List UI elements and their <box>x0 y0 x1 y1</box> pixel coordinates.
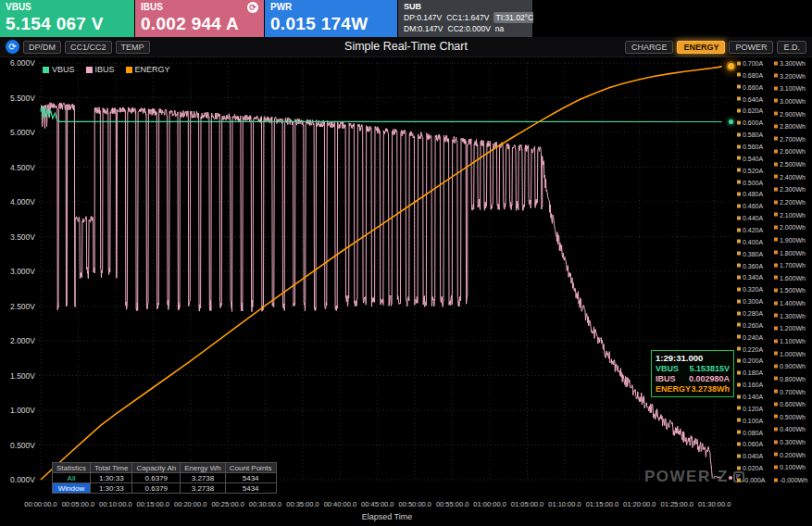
tab-cc1-cc2[interactable]: CC1/CC2 <box>65 41 112 54</box>
stats-row-all[interactable]: All1:30:330.63793.27385434 <box>53 473 277 483</box>
chart-mode-energy-button[interactable]: ENERGY <box>677 41 725 54</box>
y-axis-current-label: 0.060A <box>737 441 763 447</box>
y-axis-current-label: -0.000A <box>737 477 766 483</box>
chart-mode-e-d-button[interactable]: E.D. <box>777 41 806 54</box>
y-axis-current-label-tick <box>737 287 741 291</box>
y-axis-energy-label: 3.100Wh <box>774 85 806 92</box>
y-axis-current-label: 0.280A <box>737 310 763 317</box>
vbus-panel[interactable]: VBUS 5.154 067 V <box>0 0 135 37</box>
x-axis-tick-label: 00:40:00.0 <box>324 500 356 508</box>
chart-area[interactable]: VBUSIBUSENERGY 1:29:31.000 VBUS5.153815V… <box>0 57 812 526</box>
tab-temp[interactable]: TEMP <box>116 41 150 54</box>
pwr-panel-label: PWR <box>270 2 292 13</box>
y-axis-current-label-tick <box>737 264 741 268</box>
stats-header-count-points: Count Points <box>225 463 276 473</box>
chart-mode-power-button[interactable]: POWER <box>729 41 773 54</box>
tooltip-time: 1:29:31.000 <box>656 353 730 364</box>
y-axis-current-label-tick <box>737 108 741 112</box>
y-axis-energy-label: 0.800Wh <box>774 375 806 382</box>
y-axis-current-label-tick <box>737 144 741 148</box>
y-axis-energy-label-tick <box>774 124 778 128</box>
stats-cell: 1:30:33 <box>91 473 132 483</box>
chart-mode-buttons: CHARGEENERGYPOWERE.D. <box>625 41 806 54</box>
chart-mode-charge-button[interactable]: CHARGE <box>625 41 674 54</box>
y-axis-current-label: 0.460A <box>737 203 763 209</box>
y-axis-current-label-tick <box>737 85 741 89</box>
vbus-panel-label: VBUS <box>6 2 31 13</box>
legend-swatch-energy <box>126 67 132 73</box>
y-axis-current-label: 0.520A <box>737 167 763 173</box>
app-logo-icon[interactable]: ⟳ <box>6 40 19 54</box>
y-axis-current-label: 0.600A <box>737 119 763 126</box>
y-axis-energy-label: 0.500Wh <box>774 413 806 420</box>
x-axis-tick-label: 00:50:00.0 <box>399 500 431 508</box>
y-axis-energy-label: 3.300Wh <box>774 60 806 67</box>
legend-item-ibus: IBUS <box>86 65 115 74</box>
stats-row-name[interactable]: All <box>53 473 91 483</box>
stats-cell: 0.6379 <box>132 483 181 494</box>
y-axis-energy-label: 2.600Wh <box>774 148 806 155</box>
y-axis-energy-label: 2.300Wh <box>774 186 806 193</box>
tab-dp-dm[interactable]: DP/DM <box>23 41 61 54</box>
ibus-panel[interactable]: IBUS ⟳ 0.002 944 A <box>135 0 265 37</box>
stats-cell: 5434 <box>225 483 276 494</box>
y-axis-current-label-tick <box>737 442 741 445</box>
y-axis-energy-label-tick <box>774 402 778 406</box>
x-axis-tick-label: 00:30:00.0 <box>249 500 281 508</box>
x-axis-tick-label: 00:55:00.0 <box>436 500 468 508</box>
chart-plot[interactable] <box>0 57 812 526</box>
y-axis-energy-label: 1.500Wh <box>774 287 806 294</box>
x-axis-tick-label: 01:20:00.0 <box>623 500 656 508</box>
y-axis-current-label: 0.040A <box>737 453 763 459</box>
y-axis-energy-label-tick <box>774 187 778 191</box>
y-axis-current-label-tick <box>737 228 741 232</box>
y-axis-energy-label-tick <box>774 364 778 368</box>
sub-readout-cc1: CC1:1.647V <box>446 12 489 23</box>
y-axis-energy-label: 2.500Wh <box>774 161 806 168</box>
x-axis-tick-label: 00:25:00.0 <box>211 500 244 508</box>
stats-row-window[interactable]: Window1:30:330.63793.27385434 <box>53 483 277 494</box>
stats-cell: 3.2738 <box>181 483 226 494</box>
ibus-series-line <box>41 103 722 479</box>
y-axis-energy-label: 2.100Wh <box>774 211 806 218</box>
y-axis-voltage-label: 4.500V <box>0 163 35 172</box>
y-axis-current-label: 0.500A <box>737 179 763 185</box>
x-axis-tick-label: 00:05:00.0 <box>62 500 94 508</box>
stats-cell: 0.6379 <box>132 473 181 483</box>
y-axis-current-label: 0.700A <box>737 60 763 67</box>
pwr-panel[interactable]: PWR 0.015 174W <box>265 0 398 37</box>
stats-header-total-time: Total Time <box>91 463 132 473</box>
y-axis-energy-label-tick <box>774 415 778 419</box>
y-axis-energy-label: 1.100Wh <box>774 338 806 344</box>
y-axis-current-label: 0.620A <box>737 107 763 114</box>
legend-item-vbus: VBUS <box>43 65 75 74</box>
energy-series-line <box>41 67 722 480</box>
sub-panel[interactable]: SUB DP:0.147VCC1:1.647VTI:31.02°C DM:0.1… <box>398 0 533 37</box>
y-axis-current-label: 0.640A <box>737 95 763 102</box>
y-axis-current-label-tick <box>737 323 741 327</box>
y-axis-voltage-label: 0.000V <box>0 475 35 484</box>
stats-header-energy-wh: Energy Wh <box>181 463 226 473</box>
y-axis-current-label-tick <box>737 478 741 482</box>
x-axis-tick-label: 00:45:00.0 <box>361 500 394 508</box>
y-axis-current-label: 0.260A <box>737 321 763 328</box>
y-axis-energy-label-tick <box>774 251 778 255</box>
app-window: VBUS 5.154 067 V IBUS ⟳ 0.002 944 A PWR … <box>0 0 812 526</box>
y-axis-energy-label: 0.300Wh <box>774 439 806 445</box>
tooltip-row-energy: ENERGY3.2738Wh <box>656 384 730 394</box>
topbar-filler <box>533 0 812 37</box>
sub-readout-line-1: DP:0.147VCC1:1.647VTI:31.02°C <box>404 12 527 23</box>
stats-header-statistics: Statistics <box>53 463 91 473</box>
y-axis-energy-label-tick <box>774 99 778 103</box>
y-axis-current-label-tick <box>737 347 741 351</box>
y-axis-energy-label: 0.700Wh <box>774 388 806 394</box>
current-direction-icon[interactable]: ⟳ <box>247 2 258 13</box>
y-axis-current-label-tick <box>737 240 741 244</box>
y-axis-current-label: 0.360A <box>737 262 763 269</box>
sub-readout-na: na <box>495 23 504 34</box>
y-axis-current-label: 0.480A <box>737 191 763 197</box>
chart-tooltip: 1:29:31.000 VBUS5.153815VIBUS0.002980AEN… <box>651 350 734 397</box>
y-axis-energy-label-tick <box>774 200 778 204</box>
y-axis-energy-label: 0.100Wh <box>774 464 806 470</box>
stats-row-name[interactable]: Window <box>53 483 91 494</box>
